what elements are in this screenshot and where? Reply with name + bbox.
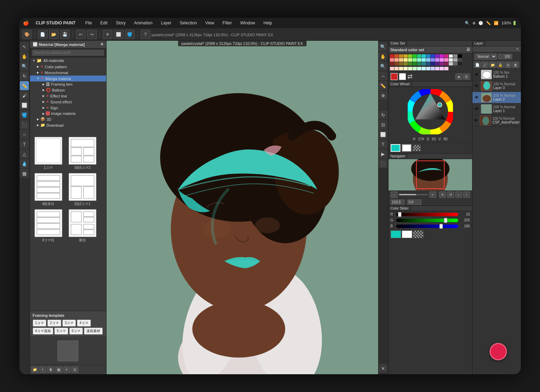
tool-move[interactable]: ✋ <box>20 52 29 61</box>
framing-btn-4koma-manga[interactable]: 4コマ漫画 <box>33 328 54 335</box>
color-yellow-green[interactable] <box>408 54 412 58</box>
tree-3d[interactable]: ▶ 📦 3D <box>30 116 106 122</box>
color-pink-dark[interactable] <box>444 54 448 58</box>
color-light-gray[interactable] <box>453 58 457 62</box>
help-btn[interactable]: ? <box>141 30 150 39</box>
color-ex4[interactable] <box>404 67 408 70</box>
layer-close[interactable]: ✕ <box>516 47 519 51</box>
color-ex12[interactable] <box>440 67 444 70</box>
material-add-btn[interactable]: + <box>39 367 46 373</box>
layer-lock[interactable]: 🔒 <box>497 62 504 68</box>
sub-tool-6[interactable]: ↻ <box>378 110 388 119</box>
nav-flip-v[interactable]: ↕ <box>463 191 470 198</box>
opacity-input[interactable] <box>498 54 512 59</box>
menu-filter[interactable]: Filter <box>221 20 233 26</box>
color-set-menu[interactable]: ☰ <box>467 47 470 52</box>
tab-color-slider[interactable]: Color Slider <box>389 206 411 211</box>
tree-sign[interactable]: ▶ ✕ Sign <box>30 105 106 111</box>
sub-tool-7[interactable]: ⊟ <box>378 120 388 129</box>
g-slider[interactable] <box>396 219 458 222</box>
layer-eye-1[interactable]: 👁 <box>474 107 479 111</box>
color-cyan[interactable] <box>422 54 426 58</box>
tool-eraser[interactable]: ⬜ <box>20 101 29 110</box>
color-dark-purple[interactable] <box>435 62 439 65</box>
sub-tool-8[interactable]: ⬜ <box>378 130 388 139</box>
tab-layer[interactable]: Layer <box>472 41 486 46</box>
layer-new-folder[interactable]: 📁 <box>489 62 496 68</box>
color-dark-orange[interactable] <box>399 62 403 65</box>
color-ex2[interactable] <box>394 67 399 70</box>
color-ex11[interactable] <box>435 67 439 70</box>
color-ex13[interactable] <box>444 67 448 70</box>
menu-window[interactable]: Window <box>239 20 257 26</box>
tree-framing[interactable]: ▶ 🖼 Framing tem <box>30 81 106 87</box>
material-list-btn[interactable]: ≡ <box>63 367 70 373</box>
layer-row-2[interactable]: 👁 100 % Normal Layer 2 <box>472 92 521 103</box>
swap-colors-btn[interactable]: ⇄ <box>407 73 413 80</box>
tree-color-pattern[interactable]: ▶ ✕ Color pattern <box>30 64 106 70</box>
sub-tool-pen[interactable]: ✏️ <box>378 81 388 90</box>
color-add-btn[interactable]: ☰ <box>463 73 470 80</box>
nav-zoom-in[interactable]: + <box>429 191 436 198</box>
undo-btn[interactable]: ↩ <box>76 30 86 39</box>
save-btn[interactable]: 💾 <box>60 30 70 39</box>
menu-selection[interactable]: Selection <box>178 20 198 26</box>
layer-eye-3[interactable]: 👁 <box>474 84 479 88</box>
framing-btn-2koma[interactable]: 2コマ <box>47 320 61 327</box>
tool-cursor[interactable]: ↖ <box>20 42 29 51</box>
bg-color-box[interactable] <box>402 144 412 152</box>
tab-navigator[interactable]: Navigator <box>389 154 408 159</box>
color-gray[interactable] <box>453 54 457 58</box>
color-mid-gray[interactable] <box>453 62 457 65</box>
color-near-black[interactable] <box>458 62 462 65</box>
color-dark-pink[interactable] <box>444 62 448 65</box>
color-green[interactable] <box>413 54 417 58</box>
tree-manga-material[interactable]: ▼ ✕ Manga materia <box>30 76 106 81</box>
layer-new-vector[interactable]: 🖊 <box>482 62 488 68</box>
color-purple[interactable] <box>435 54 439 58</box>
color-ex9[interactable] <box>426 67 430 70</box>
color-ex3[interactable] <box>399 67 403 70</box>
color-light-lime[interactable] <box>408 58 412 62</box>
layer-eye-2[interactable]: 👁 <box>474 95 479 100</box>
nav-angle-input[interactable] <box>407 199 421 205</box>
tool-rotate[interactable]: ↻ <box>20 71 29 80</box>
framing-btn-1koma[interactable]: 1コマ <box>33 320 47 327</box>
framing-btn-3koma[interactable]: 3コマ <box>62 320 76 327</box>
nav-zoom-input[interactable] <box>391 199 405 205</box>
sub-tool-2[interactable]: ✋ <box>378 52 388 61</box>
color-magenta[interactable] <box>440 54 444 58</box>
nav-zoom-out[interactable]: - <box>391 191 398 198</box>
nav-flip-h[interactable]: ↔ <box>455 191 462 198</box>
color-dark-teal[interactable] <box>417 62 421 65</box>
layer-new-raster[interactable]: 📄 <box>474 62 481 68</box>
tool-pen[interactable]: ✏️ <box>20 81 29 90</box>
open-btn[interactable]: 📂 <box>49 30 59 39</box>
color-light-yellow[interactable] <box>404 58 408 62</box>
grid-item-4dan[interactable]: 4段等分 <box>33 173 64 206</box>
color-dark-gray[interactable] <box>458 58 462 62</box>
color-dark-red[interactable] <box>390 62 394 65</box>
layer-merge[interactable]: ⊟ <box>504 62 511 68</box>
menu-view[interactable]: View <box>204 20 216 26</box>
transparent-swatch[interactable] <box>413 230 423 238</box>
framing-btn-4koma[interactable]: 4コマ <box>77 320 91 327</box>
layer-row-astro[interactable]: 👁 100 % Normal CSP_AstroPastel <box>472 115 521 126</box>
nav-rotate-2[interactable]: ↺ <box>447 191 454 198</box>
color-light-blue[interactable] <box>431 58 435 62</box>
color-light-teal[interactable] <box>417 58 421 62</box>
color-orange-dark[interactable] <box>394 54 399 58</box>
fill-btn[interactable]: 🪣 <box>125 30 135 39</box>
grid-item-4koma-right[interactable]: 4コマ右 <box>33 209 64 243</box>
sub-tool-9[interactable]: ▶ <box>378 149 388 158</box>
sub-tool-3[interactable]: 🔍 <box>378 62 388 71</box>
grid-item-1koma[interactable]: 1コマ <box>33 137 64 170</box>
color-ex5[interactable] <box>408 67 412 70</box>
color-ex6[interactable] <box>413 67 417 70</box>
b-slider-thumb[interactable] <box>439 224 443 229</box>
color-red[interactable] <box>390 54 394 58</box>
sub-tool-4[interactable]: ↔ <box>378 71 388 80</box>
sub-tool-color[interactable] <box>378 101 388 110</box>
material-thumb-btn[interactable]: ⊟ <box>71 367 78 373</box>
tool-lasso[interactable]: ○ <box>20 130 29 139</box>
